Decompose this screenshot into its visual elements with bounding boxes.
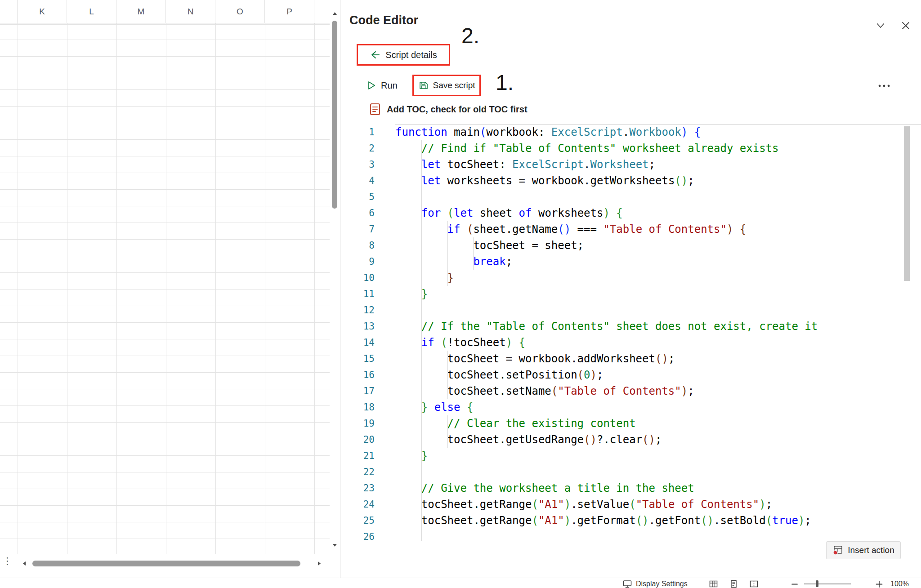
code-line[interactable]: 25 tocSheet.getRange("A1").getFormat().g…	[340, 512, 921, 529]
line-number: 18	[340, 399, 375, 415]
zoom-in-button[interactable]	[875, 579, 883, 588]
code-line[interactable]: 18 } else {	[340, 399, 921, 415]
insert-action-button[interactable]: Insert action	[826, 541, 901, 559]
code-line[interactable]: 16 tocSheet.setPosition(0);	[340, 367, 921, 383]
indent-guide	[421, 351, 422, 367]
code-line[interactable]: 4 let worksheets = workbook.getWorksheet…	[340, 173, 921, 189]
code-line[interactable]: 2 // Find if "Table of Contents" workshe…	[340, 140, 921, 156]
code-line[interactable]: 19 // Clear the existing content	[340, 415, 921, 432]
indent-guide	[473, 254, 474, 270]
column-header[interactable]: K	[18, 0, 67, 23]
zoom-slider-thumb[interactable]	[816, 580, 818, 587]
code-line[interactable]: 1function main(workbook: ExcelScript.Wor…	[340, 124, 921, 140]
script-title-row: Add TOC, check for old TOC first	[369, 102, 528, 116]
code-editor[interactable]: 1function main(workbook: ExcelScript.Wor…	[340, 124, 921, 541]
indent-guide	[473, 237, 474, 254]
close-icon	[899, 19, 912, 32]
code-scrollbar-thumb[interactable]	[904, 126, 910, 281]
save-script-button[interactable]: Save script	[416, 80, 478, 91]
code-line[interactable]: 11 }	[340, 286, 921, 302]
indent-guide	[421, 415, 422, 432]
column-header[interactable]	[314, 0, 330, 23]
sheet-vertical-scrollbar[interactable]	[330, 0, 340, 556]
display-settings-button[interactable]: Display Settings	[622, 579, 688, 588]
zoom-slider-track[interactable]	[804, 584, 851, 584]
normal-view-icon[interactable]	[709, 579, 718, 588]
code-line[interactable]: 9 break;	[340, 254, 921, 270]
indent-guide	[421, 399, 422, 415]
zoom-slider[interactable]	[804, 579, 851, 588]
column-header[interactable]: L	[67, 0, 116, 23]
code-line[interactable]: 24 tocSheet.getRange("A1").setValue("Tab…	[340, 496, 921, 512]
close-panel-button[interactable]	[899, 19, 912, 32]
scroll-down-icon[interactable]	[332, 542, 338, 548]
code-line-content: tocSheet.setPosition(0);	[395, 367, 921, 383]
indent-guide	[421, 318, 422, 334]
back-arrow-icon	[370, 50, 380, 60]
code-line[interactable]: 8 tocSheet = sheet;	[340, 237, 921, 254]
indent-guide	[421, 254, 422, 270]
code-line[interactable]: 6 for (let sheet of worksheets) {	[340, 205, 921, 221]
horizontal-scrollbar-thumb[interactable]	[32, 561, 300, 566]
code-line[interactable]: 10 }	[340, 270, 921, 286]
collapse-panel-button[interactable]	[874, 19, 887, 32]
code-line[interactable]: 7 if (sheet.getName() === "Table of Cont…	[340, 221, 921, 237]
zoom-percent-button[interactable]: 100%	[890, 579, 909, 588]
code-scrollbar[interactable]	[903, 125, 911, 540]
indent-guide	[447, 237, 448, 254]
script-name: Add TOC, check for old TOC first	[387, 104, 528, 115]
page-layout-view-icon[interactable]	[729, 579, 738, 588]
pane-grip-icon[interactable]: ⋮	[3, 556, 12, 566]
indent-guide	[421, 221, 422, 237]
indent-guide	[421, 205, 422, 221]
code-line-content: // Find if "Table of Contents" worksheet…	[395, 140, 921, 156]
code-line[interactable]: 22	[340, 464, 921, 480]
code-line-content: }	[395, 286, 921, 302]
line-number: 24	[340, 496, 375, 512]
line-number: 11	[340, 286, 375, 302]
code-line-content	[395, 302, 921, 318]
indent-guide	[421, 432, 422, 448]
code-line[interactable]: 17 tocSheet.setName("Table of Contents")…	[340, 383, 921, 399]
scroll-left-icon[interactable]	[22, 561, 27, 566]
vertical-scrollbar-thumb[interactable]	[332, 21, 337, 209]
code-line[interactable]: 21 }	[340, 448, 921, 464]
column-header[interactable]	[0, 0, 18, 23]
scroll-up-icon[interactable]	[332, 11, 338, 17]
column-header[interactable]: P	[265, 0, 314, 23]
column-header[interactable]: O	[215, 0, 265, 23]
code-line[interactable]: 26	[340, 529, 921, 541]
indent-guide	[421, 156, 422, 173]
code-line[interactable]: 14 if (!tocSheet) {	[340, 334, 921, 351]
line-number: 10	[340, 270, 375, 286]
column-header[interactable]: M	[116, 0, 166, 23]
line-number: 22	[340, 464, 375, 480]
run-button[interactable]: Run	[364, 76, 400, 95]
code-line-content: for (let sheet of worksheets) {	[395, 205, 921, 221]
code-line-content: // Clear the existing content	[395, 415, 921, 432]
run-icon	[367, 80, 376, 91]
line-number: 2	[340, 140, 375, 156]
annotation-step-2: 2.	[461, 23, 479, 48]
zoom-out-button[interactable]	[791, 579, 799, 588]
code-line[interactable]: 13 // If the "Table of Contents" sheet d…	[340, 318, 921, 334]
page-break-view-icon[interactable]	[749, 579, 759, 588]
line-number: 17	[340, 383, 375, 399]
code-line[interactable]: 3 let tocSheet: ExcelScript.Worksheet;	[340, 156, 921, 173]
indent-guide	[447, 221, 448, 237]
code-line[interactable]: 5	[340, 189, 921, 205]
sheet-horizontal-scrollbar[interactable]	[0, 557, 330, 569]
code-line[interactable]: 15 tocSheet = workbook.addWorksheet();	[340, 351, 921, 367]
code-line-content: // If the "Table of Contents" sheet does…	[395, 318, 921, 334]
code-line[interactable]: 23 // Give the worksheet a title in the …	[340, 480, 921, 496]
script-details-button[interactable]: Script details	[367, 49, 440, 61]
code-line[interactable]: 20 tocSheet.getUsedRange()?.clear();	[340, 432, 921, 448]
more-options-button[interactable]	[874, 77, 894, 92]
line-number: 5	[340, 189, 375, 205]
code-line-content	[395, 464, 921, 480]
code-line[interactable]: 12	[340, 302, 921, 318]
scroll-right-icon[interactable]	[316, 561, 322, 566]
column-header[interactable]: N	[166, 0, 215, 23]
indent-guide	[447, 270, 448, 286]
sheet-grid[interactable]	[0, 23, 330, 554]
